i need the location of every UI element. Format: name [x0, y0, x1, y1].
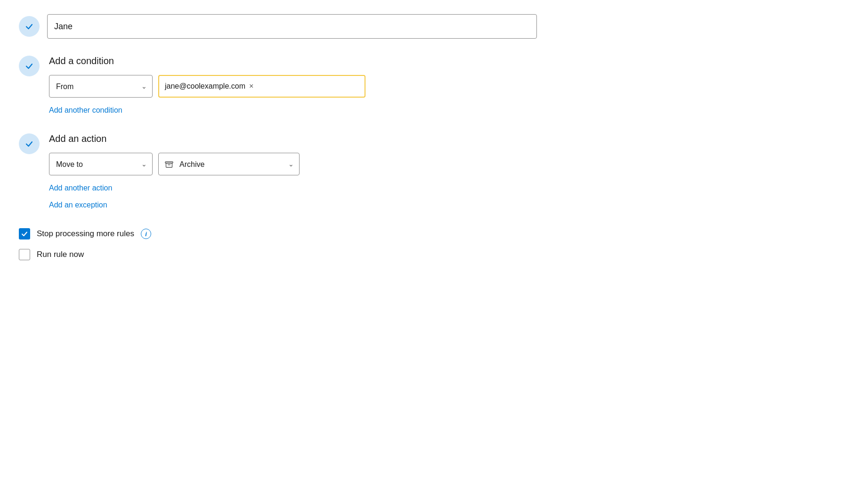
action-check-icon — [19, 133, 40, 154]
action-title: Add an action — [49, 133, 537, 144]
rule-name-input[interactable] — [47, 14, 537, 39]
run-rule-now-label: Run rule now — [37, 250, 84, 259]
email-input-box[interactable]: jane@coolexample.com × — [158, 75, 365, 98]
stop-processing-checkbox[interactable] — [19, 228, 30, 239]
add-condition-button[interactable]: Add another condition — [49, 106, 122, 115]
stop-processing-label: Stop processing more rules — [37, 229, 134, 239]
email-tag-close-icon[interactable]: × — [249, 83, 253, 90]
email-tag: jane@coolexample.com × — [165, 82, 253, 91]
stop-processing-row: Stop processing more rules i — [19, 228, 537, 239]
condition-check-icon — [19, 56, 40, 76]
action-content: Add an action Move to Copy to Delete Mar… — [49, 133, 537, 209]
stop-processing-info-icon[interactable]: i — [141, 229, 151, 239]
email-tag-value: jane@coolexample.com — [165, 82, 245, 91]
condition-dropdown-wrapper: From Subject To Body Sender Address ⌄ — [49, 75, 153, 98]
condition-dropdown[interactable]: From Subject To Body Sender Address — [49, 75, 153, 98]
action-dropdown[interactable]: Move to Copy to Delete Mark as read Flag — [49, 153, 153, 175]
run-rule-now-row: Run rule now — [19, 249, 537, 260]
action-section: Add an action Move to Copy to Delete Mar… — [19, 133, 537, 209]
run-rule-now-checkbox[interactable] — [19, 249, 30, 260]
page-container: Add a condition From Subject To Body Sen… — [19, 9, 537, 260]
condition-content: Add a condition From Subject To Body Sen… — [49, 56, 537, 115]
rule-name-row — [19, 14, 537, 39]
add-exception-button[interactable]: Add an exception — [49, 201, 107, 209]
condition-controls-row: From Subject To Body Sender Address ⌄ ja… — [49, 75, 537, 98]
add-action-button[interactable]: Add another action — [49, 184, 112, 192]
rule-name-check-icon — [19, 16, 40, 37]
checkbox-section: Stop processing more rules i Run rule no… — [19, 228, 537, 260]
condition-title: Add a condition — [49, 56, 537, 66]
action-controls-row: Move to Copy to Delete Mark as read Flag… — [49, 153, 537, 175]
archive-dropdown-wrapper: Archive Inbox Junk Drafts Sent Items Del… — [158, 153, 300, 175]
condition-section: Add a condition From Subject To Body Sen… — [19, 56, 537, 115]
action-dropdown-wrapper: Move to Copy to Delete Mark as read Flag… — [49, 153, 153, 175]
archive-dropdown[interactable]: Archive Inbox Junk Drafts Sent Items Del… — [158, 153, 300, 175]
